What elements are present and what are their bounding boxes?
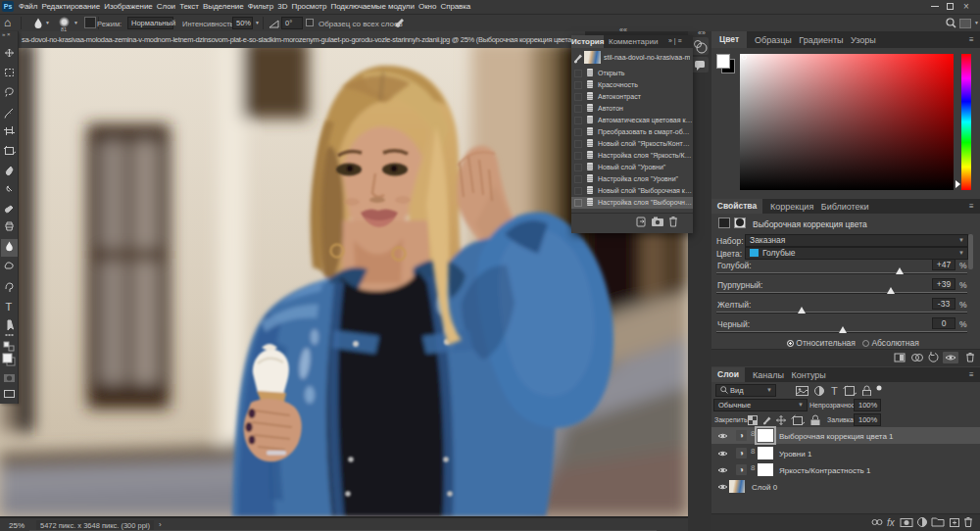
svg-text:T: T xyxy=(831,385,838,396)
svg-text:T: T xyxy=(6,301,13,313)
svg-text:fx: fx xyxy=(887,517,896,528)
